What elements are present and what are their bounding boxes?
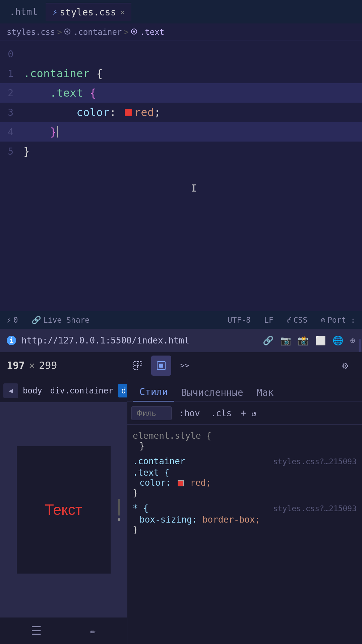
line-content-5: } bbox=[23, 145, 30, 158]
address-bar: i http://127.0.0.1:5500/index.html 🔗 📷 📸… bbox=[0, 329, 362, 352]
code-line-2: 2 .text { bbox=[0, 83, 362, 103]
filter-input[interactable] bbox=[131, 406, 172, 420]
universal-body: box-sizing: border-box; bbox=[133, 515, 357, 525]
element-style-selector: element.style { bbox=[133, 431, 357, 441]
outer-brace-close: } bbox=[23, 145, 30, 158]
select-element-btn[interactable] bbox=[128, 356, 148, 376]
tab-bar: .html ⚡ styles.css × bbox=[0, 0, 362, 23]
address-url-text[interactable]: http://127.0.0.1:5500/index.html bbox=[21, 335, 257, 345]
screenshot-icon[interactable]: 📷 bbox=[280, 335, 291, 345]
language-label: CSS bbox=[294, 316, 308, 324]
language-icon: ☍ bbox=[287, 316, 292, 324]
indent-3 bbox=[23, 106, 76, 119]
encoding-label: UTF-8 bbox=[228, 316, 251, 324]
status-line-ending[interactable]: LF bbox=[264, 316, 274, 324]
class-text: .text bbox=[50, 87, 83, 99]
style-color-swatch[interactable] bbox=[178, 480, 184, 486]
camera-icon[interactable]: 📸 bbox=[298, 335, 308, 345]
color-swatch[interactable] bbox=[125, 109, 132, 116]
line-ending-label: LF bbox=[264, 316, 274, 324]
preview-iframe: Текст bbox=[0, 402, 127, 617]
status-encoding[interactable]: UTF-8 bbox=[228, 316, 251, 324]
universal-close-brace: } bbox=[133, 525, 138, 535]
dom-node-text[interactable]: div.te bbox=[118, 384, 127, 397]
tab-html[interactable]: .html bbox=[3, 3, 44, 21]
line-number-5: 5 bbox=[3, 146, 23, 157]
preview-text-element: Текст bbox=[45, 501, 82, 518]
container-text-body: color: red; bbox=[133, 478, 357, 488]
link-icon[interactable]: 🔗 bbox=[263, 335, 274, 345]
breadcrumb-sep-1: > bbox=[57, 28, 62, 37]
status-bar: ⚡ 0 🔗 Live Share UTF-8 LF ☍ CSS ⊘ Port : bbox=[0, 311, 362, 329]
text-cursor bbox=[57, 126, 58, 138]
status-port[interactable]: ⊘ Port : bbox=[321, 316, 355, 324]
settings-btn[interactable]: ⚙ bbox=[335, 356, 355, 376]
code-content: 0 1 .container { 2 .text { 3 bbox=[0, 41, 362, 164]
line-content-4: } bbox=[23, 125, 58, 138]
dom-back-btn[interactable]: ◀ bbox=[3, 383, 18, 398]
container-text-selector-row: .container styles.css?…215093 bbox=[133, 456, 357, 468]
dom-node-body[interactable]: body bbox=[19, 384, 46, 397]
indent-4 bbox=[23, 125, 50, 138]
status-errors[interactable]: ⚡ 0 bbox=[7, 316, 18, 324]
tab-styles[interactable]: Стили bbox=[133, 383, 174, 401]
brace-inner-close: } bbox=[50, 125, 57, 138]
window-icon[interactable]: ⬜ bbox=[315, 335, 326, 345]
breadcrumb-file[interactable]: styles.css bbox=[7, 28, 55, 37]
rule-close-brace: } bbox=[133, 488, 138, 498]
line-content-1: .container { bbox=[23, 67, 103, 80]
globe-icon[interactable]: 🌐 bbox=[333, 335, 343, 345]
edit-icon[interactable]: ✏ bbox=[90, 625, 96, 637]
code-line-4: 4 } bbox=[0, 122, 362, 142]
styles-tabs: Стили Вычисленные Мак bbox=[127, 379, 362, 402]
line-content-2: .text { bbox=[23, 87, 96, 99]
universal-close: } bbox=[133, 525, 357, 535]
styles-content: element.style { } .container styles.css?… bbox=[127, 425, 362, 644]
line-number-2: 2 bbox=[3, 88, 23, 99]
inspect-btn[interactable] bbox=[151, 356, 171, 376]
refresh-icon[interactable]: ↺ bbox=[251, 408, 257, 418]
universal-selector: * { bbox=[133, 503, 148, 513]
target-icon[interactable]: ⊕ bbox=[350, 335, 355, 345]
element-style-text: element.style { bbox=[133, 431, 212, 441]
dom-node-container[interactable]: div.container bbox=[47, 384, 117, 397]
tab-close-icon[interactable]: × bbox=[120, 8, 125, 16]
brace-open: { bbox=[90, 67, 103, 80]
coords-section: 197 × 299 bbox=[7, 360, 114, 371]
text-selector: .text { bbox=[133, 468, 357, 478]
breadcrumb-text[interactable]: .text bbox=[131, 28, 164, 37]
status-language[interactable]: ☍ CSS bbox=[287, 316, 307, 324]
pseudo-cls-btn[interactable]: .cls bbox=[207, 407, 235, 420]
editor-area: .html ⚡ styles.css × styles.css > .conta… bbox=[0, 0, 362, 329]
more-tools-btn[interactable]: >> bbox=[175, 356, 195, 376]
color-prop: color: bbox=[139, 478, 171, 488]
pseudo-hov-btn[interactable]: :hov bbox=[176, 407, 203, 420]
tab-computed[interactable]: Вычисленные bbox=[174, 384, 250, 401]
preview-panel: ◀ body div.container div.te Текст ☰ ✏ bbox=[0, 379, 127, 644]
container-text-close: } bbox=[133, 488, 357, 498]
code-line-1: 1 .container { bbox=[0, 64, 362, 83]
hamburger-icon[interactable]: ☰ bbox=[31, 624, 42, 638]
status-live-share[interactable]: 🔗 Live Share bbox=[32, 316, 89, 325]
brace-inner-open: { bbox=[90, 87, 97, 99]
i-beam-cursor: I bbox=[191, 183, 197, 194]
universal-file-link[interactable]: styles.css?…215093 bbox=[273, 504, 357, 513]
add-rule-btn[interactable]: + bbox=[239, 406, 247, 420]
tab-layout[interactable]: Мак bbox=[250, 384, 281, 401]
container-file-link[interactable]: styles.css?…215093 bbox=[273, 457, 357, 466]
space-2 bbox=[83, 87, 90, 99]
breadcrumb-container[interactable]: .container bbox=[64, 28, 122, 37]
colon: : bbox=[110, 106, 123, 119]
value-red: red bbox=[134, 106, 154, 119]
scrollbar-dot bbox=[118, 518, 120, 521]
preview-scrollbar bbox=[118, 499, 120, 521]
tab-css[interactable]: ⚡ styles.css × bbox=[46, 3, 131, 21]
toolbar-separator bbox=[121, 357, 121, 374]
line-number-0: 0 bbox=[3, 49, 23, 60]
element-style-close: } bbox=[139, 441, 145, 451]
dom-breadcrumb: ◀ body div.container div.te bbox=[0, 379, 127, 402]
preview-content: Текст bbox=[17, 446, 111, 574]
code-line-5: 5 } bbox=[0, 142, 362, 161]
live-share-icon: 🔗 bbox=[32, 316, 41, 325]
scrollbar-track[interactable] bbox=[118, 499, 120, 516]
